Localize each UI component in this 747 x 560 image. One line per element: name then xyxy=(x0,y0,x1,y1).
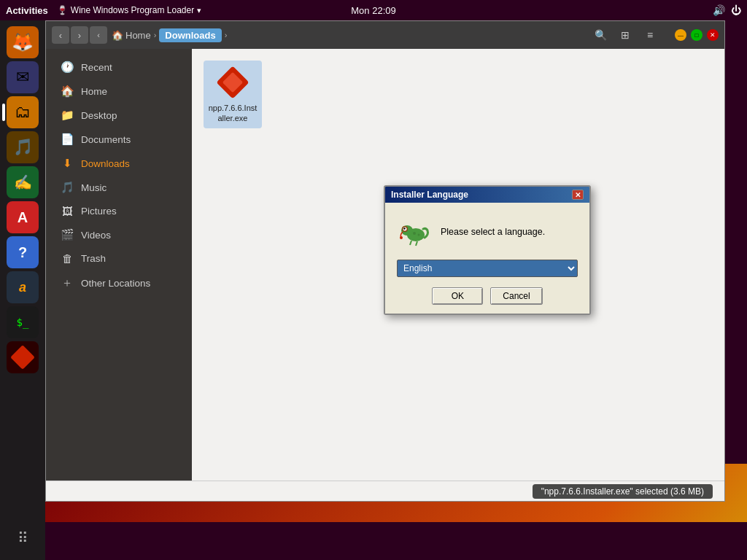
svg-point-7 xyxy=(400,236,403,239)
back-button[interactable]: ‹ xyxy=(52,26,69,44)
add-location-icon: ＋ xyxy=(61,276,74,291)
language-select[interactable]: English French German Spanish Italian Ja… xyxy=(397,260,578,277)
app-title-label: 🍷 Wine Windows Program Loader ▾ xyxy=(57,5,201,15)
firefox-dock-icon[interactable]: 🦊 xyxy=(7,26,39,58)
svg-point-9 xyxy=(418,234,420,236)
topbar-clock: Mon 22:09 xyxy=(351,5,395,16)
volume-icon[interactable]: 🔊 xyxy=(713,4,725,16)
rhythmbox-dock-icon[interactable]: 🎵 xyxy=(7,131,39,163)
filemanager-titlebar: ‹ › ‹ 🏠 Home › Downloads › 🔍 ⊞ ≡ xyxy=(46,21,724,49)
sidebar-item-documents[interactable]: 📄 Documents xyxy=(49,128,189,151)
topbar: Activities 🍷 Wine Windows Program Loader… xyxy=(0,0,747,20)
sidebar-recent-label: Recent xyxy=(81,62,112,73)
home-path-segment[interactable]: 🏠 Home xyxy=(112,30,151,41)
dialog-title-label: Installer Language xyxy=(391,190,468,200)
dialog-body: Please select a language. English French… xyxy=(385,203,589,314)
music-icon: 🎵 xyxy=(61,181,74,194)
sidebar-desktop-label: Desktop xyxy=(81,110,117,121)
maximize-button[interactable]: □ xyxy=(691,29,703,41)
software-center-dock-icon[interactable]: A xyxy=(7,201,39,233)
sidebar-other-locations-label: Other Locations xyxy=(81,278,150,289)
documents-icon: 📄 xyxy=(61,133,74,146)
dock: 🦊 ✉ 🗂 🎵 ✍ A ? a $_ ⠿ xyxy=(0,20,45,560)
sidebar-item-trash[interactable]: 🗑 Trash xyxy=(49,247,189,270)
sidebar-item-desktop[interactable]: 📁 Desktop xyxy=(49,104,189,127)
status-badge: "npp.7.6.6.Installer.exe" selected (3.6 … xyxy=(533,484,713,499)
sidebar-item-recent[interactable]: 🕐 Recent xyxy=(49,55,189,79)
view-options-button[interactable]: ⊞ xyxy=(615,26,635,44)
language-select-wrapper: English French German Spanish Italian Ja… xyxy=(397,260,578,277)
minimize-button[interactable]: — xyxy=(675,29,686,41)
filemanager-window: ‹ › ‹ 🏠 Home › Downloads › 🔍 ⊞ ≡ xyxy=(45,20,725,502)
sidebar-videos-label: Videos xyxy=(81,230,111,241)
dialog-buttons: OK Cancel xyxy=(397,287,578,305)
trash-icon: 🗑 xyxy=(61,252,74,265)
recent-icon: 🕐 xyxy=(61,61,74,74)
thunderbird-dock-icon[interactable]: ✉ xyxy=(7,61,39,93)
home-icon: 🏠 xyxy=(61,85,74,98)
current-path-segment[interactable]: Downloads xyxy=(159,28,221,42)
topbar-right: 🔊 ⏻ xyxy=(713,4,741,16)
power-icon[interactable]: ⏻ xyxy=(731,4,741,16)
sidebar-item-home[interactable]: 🏠 Home xyxy=(49,79,189,103)
sidebar-item-pictures[interactable]: 🖼 Pictures xyxy=(49,200,189,222)
dialog-message-text: Please select a language. xyxy=(441,227,545,237)
desktop-icon: 📁 xyxy=(61,109,74,122)
filemanager-statusbar: "npp.7.6.6.Installer.exe" selected (3.6 … xyxy=(46,481,724,501)
history-prev-button[interactable]: ‹ xyxy=(90,26,107,44)
wine-mascot-icon xyxy=(397,214,432,249)
svg-point-8 xyxy=(413,232,416,235)
installer-language-dialog: Installer Language ✕ xyxy=(384,185,591,315)
wine-dock-icon[interactable] xyxy=(7,341,39,373)
topbar-left: Activities 🍷 Wine Windows Program Loader… xyxy=(6,5,201,16)
sidebar-home-label: Home xyxy=(81,86,107,97)
activities-label[interactable]: Activities xyxy=(6,5,48,16)
close-button[interactable]: ✕ xyxy=(707,29,719,41)
toolbar-right: 🔍 ⊞ ≡ — □ ✕ xyxy=(590,26,719,44)
dialog-titlebar: Installer Language ✕ xyxy=(385,187,589,203)
file-icon-npp xyxy=(215,65,250,100)
videos-icon: 🎬 xyxy=(61,228,74,241)
sidebar-downloads-label: Downloads xyxy=(81,158,130,169)
location-bar: 🏠 Home › Downloads › xyxy=(112,28,586,42)
dialog-top-section: Please select a language. xyxy=(397,214,578,249)
svg-line-11 xyxy=(416,241,417,246)
help-dock-icon[interactable]: ? xyxy=(7,236,39,268)
filemanager-body: 🕐 Recent 🏠 Home 📁 Desktop 📄 Documents ⬇ … xyxy=(46,49,724,481)
sidebar-music-label: Music xyxy=(81,182,107,193)
path-separator-2: › xyxy=(225,31,228,39)
forward-button[interactable]: › xyxy=(71,26,88,44)
search-button[interactable]: 🔍 xyxy=(590,26,611,44)
terminal-dock-icon[interactable]: $_ xyxy=(7,306,39,338)
files-dock-icon[interactable]: 🗂 xyxy=(7,96,39,128)
sidebar-trash-label: Trash xyxy=(81,253,106,264)
pictures-icon: 🖼 xyxy=(61,205,74,217)
files-grid: npp.7.6.6.Installer.exe xyxy=(192,49,724,140)
apps-grid-dock-icon[interactable]: ⠿ xyxy=(7,522,39,554)
file-label-npp: npp.7.6.6.Installer.exe xyxy=(208,103,258,124)
libreoffice-dock-icon[interactable]: ✍ xyxy=(7,166,39,198)
sidebar-item-other-locations[interactable]: ＋ Other Locations xyxy=(49,271,189,296)
downloads-icon: ⬇ xyxy=(61,157,74,170)
menu-button[interactable]: ≡ xyxy=(640,26,660,44)
svg-line-10 xyxy=(410,241,411,245)
svg-point-6 xyxy=(403,228,405,229)
file-item-npp[interactable]: npp.7.6.6.Installer.exe xyxy=(204,61,262,128)
cancel-button[interactable]: Cancel xyxy=(490,287,542,305)
sidebar-item-downloads[interactable]: ⬇ Downloads xyxy=(49,152,189,175)
dialog-close-button[interactable]: ✕ xyxy=(572,190,584,200)
sidebar-pictures-label: Pictures xyxy=(81,206,117,217)
sidebar-item-videos[interactable]: 🎬 Videos xyxy=(49,223,189,246)
amazon-dock-icon[interactable]: a xyxy=(7,271,39,303)
path-separator: › xyxy=(154,31,157,39)
filemanager-content: npp.7.6.6.Installer.exe Installer Langua… xyxy=(192,49,724,481)
sidebar-documents-label: Documents xyxy=(81,134,131,145)
sidebar-item-music[interactable]: 🎵 Music xyxy=(49,176,189,199)
nav-buttons: ‹ › ‹ xyxy=(52,26,107,44)
filemanager-sidebar: 🕐 Recent 🏠 Home 📁 Desktop 📄 Documents ⬇ … xyxy=(46,49,192,481)
ok-button[interactable]: OK xyxy=(432,287,483,305)
